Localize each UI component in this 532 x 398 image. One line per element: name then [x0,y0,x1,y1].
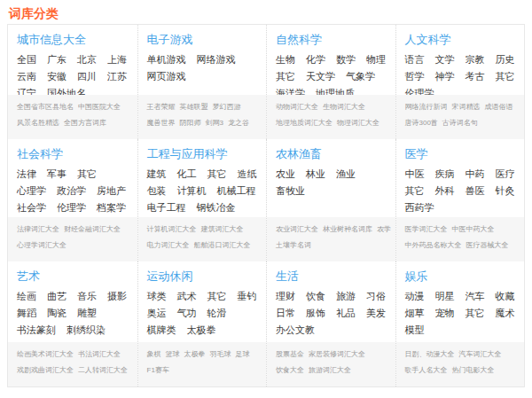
hot-dictionary-link[interactable]: 地理地质词汇大全 [276,119,332,127]
hot-dictionary-link[interactable]: 篮球 [166,350,180,358]
category-item-link[interactable]: 宠物 [435,308,455,318]
category-item-link[interactable]: 网页游戏 [147,71,186,82]
hot-dictionary-link[interactable]: 旅游词汇大全 [309,366,351,374]
category-title-link[interactable]: 艺术 [17,270,129,283]
category-item-link[interactable]: 刺绣织染 [66,324,106,335]
category-item-link[interactable]: 中医 [405,168,425,179]
category-item-link[interactable]: 其它 [466,308,485,318]
category-item-link[interactable]: 电子工程 [147,202,186,213]
category-item-link[interactable]: 包装 [147,185,167,196]
hot-dictionary-link[interactable]: 中医中药大全 [452,225,495,233]
category-item-link[interactable]: 伦理学 [57,202,86,213]
category-item-link[interactable]: 垂钓 [238,291,257,301]
category-item-link[interactable]: 饮食 [306,291,325,301]
hot-dictionary-link[interactable]: 书法词汇大全 [78,350,121,358]
category-item-link[interactable]: 习俗 [366,291,386,301]
category-item-link[interactable]: 军事 [47,168,66,179]
category-item-link[interactable]: 魔术 [496,308,515,318]
category-item-link[interactable]: 日常 [276,308,295,318]
category-item-link[interactable]: 档案学 [97,202,126,213]
hot-dictionary-link[interactable]: 宋词精选 [452,103,481,111]
category-title-link[interactable]: 生活 [276,270,387,283]
hot-dictionary-link[interactable]: 饮食大全 [276,366,304,374]
category-item-link[interactable]: 其它 [496,71,515,82]
category-item-link[interactable]: 收藏 [496,291,515,301]
category-item-link[interactable]: 云南 [17,71,36,82]
category-item-link[interactable]: 化学 [306,54,325,65]
category-item-link[interactable]: 农业 [276,168,295,179]
category-item-link[interactable]: 江苏 [107,71,127,82]
hot-dictionary-link[interactable]: 医疗器械大全 [466,241,509,249]
hot-dictionary-link[interactable]: 建筑词汇大全 [201,225,244,233]
category-title-link[interactable]: 社会科学 [17,148,129,160]
hot-dictionary-link[interactable]: 日剧、动漫大全 [405,350,455,358]
category-item-link[interactable]: 上海 [107,54,127,65]
category-item-link[interactable]: 明星 [435,291,455,301]
hot-dictionary-link[interactable]: 农业词汇大全 [276,225,318,233]
category-item-link[interactable]: 其它 [207,168,227,179]
hot-dictionary-link[interactable]: 魔兽世界 [147,119,176,127]
category-item-link[interactable]: 针灸 [496,185,515,196]
category-item-link[interactable]: 畜牧业 [276,185,305,196]
hot-dictionary-link[interactable]: 医学词汇大全 [405,225,448,233]
hot-dictionary-link[interactable]: F1赛车 [147,366,169,374]
category-item-link[interactable]: 安徽 [47,71,66,82]
hot-dictionary-link[interactable]: 二人转词汇大全 [78,366,128,374]
category-item-link[interactable]: 其它 [405,185,425,196]
category-item-link[interactable]: 伦理学 [405,88,434,95]
category-item-link[interactable]: 曲艺 [47,291,66,301]
category-item-link[interactable]: 气功 [177,308,197,318]
category-item-link[interactable]: 太极拳 [187,324,216,335]
category-item-link[interactable]: 机械工程 [217,185,256,196]
category-item-link[interactable]: 外科 [435,185,455,196]
hot-dictionary-link[interactable]: 计算机词汇大全 [147,225,197,233]
category-item-link[interactable]: 书法篆刻 [17,324,56,335]
category-item-link[interactable]: 历史 [496,54,515,65]
category-item-link[interactable]: 舞蹈 [17,308,36,318]
hot-dictionary-link[interactable]: 英雄联盟 [180,103,208,111]
hot-dictionary-link[interactable]: 法律词汇大全 [17,225,59,233]
hot-dictionary-link[interactable]: 龙之谷 [228,119,249,127]
category-item-link[interactable]: 疾病 [435,168,455,179]
category-title-link[interactable]: 工程与应用科学 [147,148,258,160]
category-item-link[interactable]: 旅游 [336,291,356,301]
category-item-link[interactable]: 烟草 [405,308,425,318]
category-item-link[interactable]: 地理地质 [316,88,355,95]
category-title-link[interactable]: 电子游戏 [147,34,258,46]
hot-dictionary-link[interactable]: 物理词汇大全 [337,119,379,127]
category-item-link[interactable]: 政治学 [57,185,86,196]
hot-dictionary-link[interactable]: 家居装修词汇大全 [309,350,365,358]
category-item-link[interactable]: 其它 [207,291,227,301]
hot-dictionary-link[interactable]: 戏剧戏曲词汇大全 [17,366,74,374]
hot-dictionary-link[interactable]: 全国省市区县地名 [17,103,74,111]
category-title-link[interactable]: 娱乐 [405,270,516,283]
hot-dictionary-link[interactable]: 王者荣耀 [147,103,176,111]
category-item-link[interactable]: 陶瓷 [47,308,66,318]
category-item-link[interactable]: 美发 [366,308,386,318]
category-title-link[interactable]: 运动休闲 [147,270,258,283]
category-title-link[interactable]: 医学 [405,148,516,160]
hot-dictionary-link[interactable]: 动物词汇大全 [276,103,318,111]
category-item-link[interactable]: 钢铁冶金 [197,202,236,213]
category-item-link[interactable]: 造纸 [238,168,257,179]
hot-dictionary-link[interactable]: 林业树种名词库 [323,225,372,233]
hot-dictionary-link[interactable]: 网络流行新词 [405,103,448,111]
category-item-link[interactable]: 渔业 [336,168,356,179]
hot-dictionary-link[interactable]: 热门电影大全 [452,366,495,374]
category-item-link[interactable]: 网络游戏 [197,54,236,65]
category-title-link[interactable]: 城市信息大全 [17,34,129,46]
category-item-link[interactable]: 宗教 [466,54,485,65]
hot-dictionary-link[interactable]: 中国医院大全 [78,103,121,111]
hot-dictionary-link[interactable]: 股票基金 [276,350,304,358]
category-item-link[interactable]: 武术 [177,291,197,301]
hot-dictionary-link[interactable]: 生物词汇大全 [323,103,365,111]
category-item-link[interactable]: 球类 [147,291,167,301]
category-item-link[interactable]: 绘画 [17,291,36,301]
category-item-link[interactable]: 音乐 [77,291,97,301]
hot-dictionary-link[interactable]: 羽毛球 [210,350,231,358]
hot-dictionary-link[interactable]: 电力词汇大全 [147,241,190,249]
category-item-link[interactable]: 心理学 [17,185,46,196]
category-item-link[interactable]: 奥运 [147,308,167,318]
hot-dictionary-link[interactable]: 农学 [377,225,391,233]
hot-dictionary-link[interactable]: 太极拳 [184,350,206,358]
